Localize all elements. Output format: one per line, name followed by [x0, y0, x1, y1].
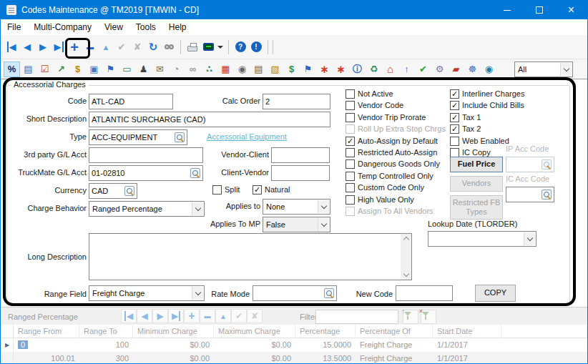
checkbox-box[interactable] — [346, 101, 355, 110]
network-2-icon[interactable]: ∗ — [333, 62, 349, 77]
menu-view[interactable]: View — [98, 22, 129, 32]
filter-input[interactable] — [315, 310, 398, 324]
org-chart-icon[interactable]: ∴ — [201, 62, 217, 77]
selected-cell-value[interactable]: 0 — [18, 340, 28, 349]
chart-icon[interactable]: ↗ — [53, 62, 69, 77]
detail-delete-button[interactable]: ▬ — [200, 309, 215, 323]
long-description-textarea[interactable] — [89, 233, 412, 280]
textarea-scrollbar[interactable] — [401, 234, 411, 280]
grid-cell[interactable]: Freight Charge — [356, 338, 433, 352]
natural-checkbox[interactable]: ✓ Natural — [253, 185, 290, 195]
last-record-button[interactable]: ▶ — [51, 38, 67, 56]
fuel-price-button[interactable]: Fuel Price — [450, 157, 503, 172]
combo-dropdown-button[interactable] — [524, 232, 535, 245]
grid-cell[interactable]: 100.01 — [14, 352, 79, 364]
grid-cell[interactable]: 1/1/2017 — [433, 352, 501, 364]
network-1-icon[interactable]: ∗ — [316, 62, 333, 77]
detail-last-button[interactable]: ▶ — [168, 309, 184, 323]
clear-filter-button[interactable]: × — [421, 310, 436, 324]
detail-post-button[interactable]: ✔ — [231, 309, 247, 323]
detail-prior-button[interactable]: ◀ — [137, 309, 152, 323]
grid-cell[interactable]: 0 — [14, 338, 79, 352]
vendor-code-checkbox[interactable]: Vendor Code — [346, 100, 403, 110]
minimize-button[interactable] — [491, 1, 523, 19]
menu-file[interactable]: File — [1, 22, 27, 32]
temp-controlled-only-checkbox[interactable]: Temp Controlled Only — [346, 171, 433, 181]
funds-transfer-icon[interactable]: $ — [283, 62, 300, 77]
checkbox-box[interactable] — [346, 172, 355, 181]
combo-dropdown-button[interactable] — [318, 200, 329, 213]
restricted-auto-assign-checkbox[interactable]: Restricted Auto-Assign — [346, 147, 437, 157]
module-filter-combo[interactable]: All — [514, 62, 573, 77]
first-record-button[interactable]: ◀ — [4, 38, 19, 56]
grid-cell[interactable]: $0.00 — [133, 352, 214, 364]
scroll-up-icon[interactable] — [403, 237, 408, 242]
charge-behavior-combo[interactable]: Ranged Percentage — [89, 201, 205, 217]
range-field-combo[interactable]: Freight Charge — [89, 285, 205, 301]
checkbox-box[interactable] — [450, 137, 459, 146]
flag-2-icon[interactable]: ⚑ — [300, 62, 316, 77]
copy-button[interactable]: COPY — [475, 285, 516, 302]
vendor-trip-prorate-checkbox[interactable]: Vendor Trip Prorate — [346, 112, 426, 122]
client-vendor-input[interactable] — [271, 165, 330, 181]
payment-card-icon[interactable]: ▭ — [119, 62, 135, 77]
prior-record-button[interactable]: ◀ — [19, 38, 35, 56]
checkbox-box[interactable]: ✓ — [253, 185, 262, 195]
apply-filter-button[interactable]: ↑ — [403, 310, 418, 324]
remote-session-dropdown[interactable] — [216, 38, 225, 56]
accessorial-equipment-link[interactable]: Accessorial Equipment — [207, 132, 287, 141]
split-checkbox[interactable]: Split — [212, 185, 240, 195]
fax-icon[interactable]: ▤ — [250, 62, 267, 77]
detail-first-button[interactable]: ◀ — [121, 309, 137, 323]
checkbox-box[interactable] — [346, 148, 355, 157]
ip-acc-code-lookup-icon[interactable] — [542, 159, 552, 169]
settings-gears-icon[interactable]: ⚙ — [431, 62, 448, 77]
grid-cell[interactable]: 300 — [79, 352, 133, 364]
type-input[interactable] — [89, 129, 187, 145]
about-button[interactable]: ! — [248, 38, 264, 56]
rate-mode-lookup-icon[interactable] — [324, 288, 334, 298]
interliner-charges-checkbox[interactable]: ✓Interliner Charges — [450, 89, 524, 99]
grid-cell[interactable]: 100 — [79, 338, 133, 352]
col-header-maximum-charge[interactable]: Maximum Charge — [214, 325, 295, 338]
grid-cell[interactable]: 13.5000 — [295, 352, 356, 364]
grid-cell[interactable]: 1/1/2017 — [433, 338, 501, 352]
tax1-checkbox[interactable]: ✓Tax 1 — [450, 112, 481, 122]
flag-icon[interactable]: ⚑ — [102, 62, 119, 77]
insert-record-button[interactable]: + — [67, 38, 82, 56]
checkbox-box[interactable] — [346, 113, 355, 122]
maximize-button[interactable] — [523, 1, 555, 19]
detail-next-button[interactable]: ▶ — [152, 309, 168, 323]
link-icon[interactable]: ∞ — [185, 62, 201, 77]
grid-cell[interactable]: Freight Charge — [356, 352, 433, 364]
checkbox-box[interactable] — [346, 159, 355, 169]
next-record-button[interactable]: ▶ — [35, 38, 51, 56]
col-header-range-from[interactable]: Range From — [14, 325, 79, 338]
combo-dropdown-button[interactable] — [192, 287, 203, 300]
remote-session-button[interactable] — [200, 38, 216, 56]
money-bag-icon[interactable]: $ — [69, 62, 86, 77]
report-icon[interactable]: ▤ — [20, 62, 36, 77]
col-header-range-to[interactable]: Range To — [79, 325, 133, 338]
find-button[interactable] — [161, 38, 177, 56]
include-child-bills-checkbox[interactable]: ✓Include Child Bills — [450, 100, 524, 110]
print-button[interactable] — [185, 38, 200, 56]
checkbox-box[interactable] — [212, 185, 222, 195]
vendor-client-input[interactable] — [271, 147, 330, 163]
document-info-icon[interactable]: ⓘ — [349, 62, 366, 77]
menu-tools[interactable]: Tools — [129, 22, 162, 32]
truckmate-gl-input[interactable] — [89, 165, 203, 181]
detail-cancel-button[interactable]: ✘ — [247, 309, 263, 323]
upload-icon[interactable]: ↑ — [398, 62, 415, 77]
grid-cell[interactable]: $0.00 — [133, 338, 214, 352]
not-active-checkbox[interactable]: Not Active — [346, 89, 393, 99]
copy-codes-icon[interactable]: ▣ — [86, 62, 102, 77]
applies-to-mp-combo[interactable]: False — [263, 217, 330, 232]
checkbox-box[interactable]: ✓ — [450, 124, 459, 134]
refresh-button[interactable]: ↻ — [145, 38, 161, 56]
title-bar[interactable]: Codes Maintenance @ TM2019 [TMWIN - CD] … — [1, 1, 587, 19]
checkbox-box[interactable] — [346, 195, 355, 205]
post-edit-button[interactable]: ✔ — [114, 38, 129, 56]
code-input[interactable] — [89, 94, 173, 109]
short-description-input[interactable] — [89, 112, 330, 127]
